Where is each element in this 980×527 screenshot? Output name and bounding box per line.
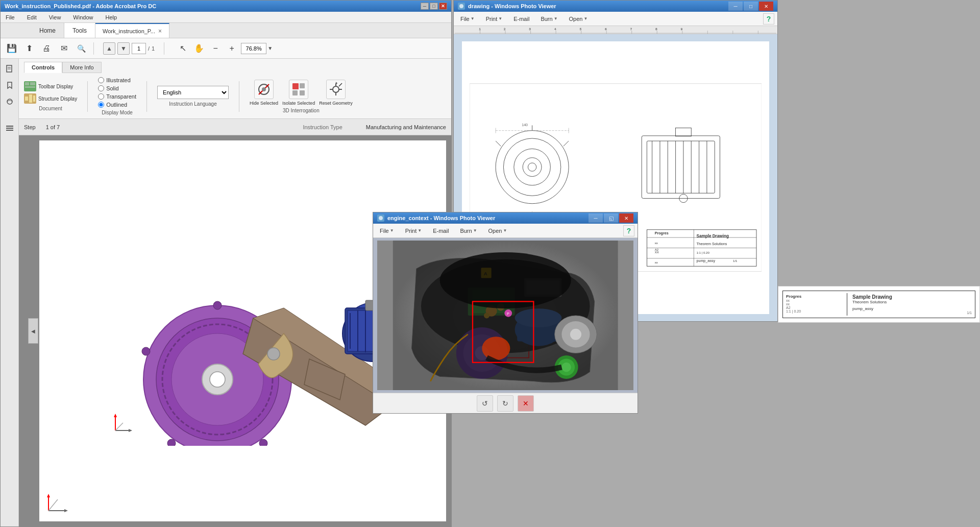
engine-menu-email[interactable]: E-mail [429, 226, 452, 235]
svg-rect-18 [292, 83, 299, 89]
mode-solid-label: Solid [106, 85, 118, 91]
engine-menu-file[interactable]: File ▼ [376, 226, 398, 235]
display-mode-label: Display Mode [102, 110, 133, 115]
svg-rect-10 [25, 86, 35, 88]
svg-point-31 [259, 439, 267, 446]
reset-geometry-button[interactable]: Reset Geometry [319, 80, 353, 106]
tab-document[interactable]: Work_instruction_P... × [95, 23, 169, 38]
svg-line-55 [48, 499, 58, 511]
engine-nav-close-button[interactable]: ✕ [518, 395, 534, 412]
acrobat-sidebar [1, 59, 19, 526]
engine-menu-burn[interactable]: Burn ▼ [456, 226, 480, 235]
mode-transparent: Transparent [98, 93, 136, 100]
upload-toolbar-button[interactable]: ⬆ [22, 41, 36, 56]
svg-text:140: 140 [522, 124, 528, 128]
tab-home[interactable]: Home [31, 23, 64, 38]
drawing-menu-open[interactable]: Open ▼ [566, 14, 592, 23]
engine-viewer-close[interactable]: ✕ [619, 213, 633, 223]
mode-transparent-radio[interactable] [98, 93, 104, 100]
sidebar-bookmarks-icon[interactable] [3, 78, 17, 92]
hand-tool-button[interactable]: ✋ [192, 41, 206, 56]
drawing-menu-print[interactable]: Print ▼ [482, 14, 506, 23]
collapse-panel-button[interactable]: ◀ [28, 318, 38, 344]
tab-more-info[interactable]: More Info [62, 62, 101, 73]
drawing-menu-burn[interactable]: Burn ▼ [537, 14, 561, 23]
drawing-viewer-titlebar: drawing - Windows Photo Viewer ─ □ ✕ [454, 1, 777, 12]
drawing-help-button[interactable]: ? [763, 13, 774, 25]
engine-menu-print[interactable]: Print ▼ [402, 226, 426, 235]
svg-point-47 [267, 348, 280, 360]
save-toolbar-button[interactable]: 💾 [5, 41, 19, 56]
engine-viewer-controls: ─ ◱ ✕ [589, 213, 633, 223]
tab-close-icon[interactable]: × [158, 28, 162, 35]
menu-window[interactable]: Window [70, 13, 96, 21]
page-number-input[interactable] [132, 43, 146, 54]
drawing-menu-email[interactable]: E-mail [510, 14, 533, 23]
isolate-selected-button[interactable]: Isolate Selected [282, 80, 315, 106]
engine-viewer-content: A P [373, 238, 638, 393]
svg-text:Sample Drawing: Sample Drawing [696, 234, 728, 238]
svg-point-29 [213, 301, 222, 309]
engine-nav-forward-button[interactable]: ↻ [497, 395, 513, 412]
menu-edit[interactable]: Edit [24, 13, 40, 21]
zoom-input[interactable] [241, 43, 266, 54]
svg-rect-60 [455, 26, 776, 34]
zoom-in-button[interactable]: + [225, 41, 239, 56]
acrobat-toolbar: 💾 ⬆ 🖨 ✉ 🔍 ▲ ▼ / 1 ↖ ✋ − + [1, 38, 451, 59]
hide-selected-button[interactable]: Hide Selected [250, 80, 278, 106]
acrobat-titlebar-left: Work_instruction_Published.pdf - Adobe A… [5, 3, 156, 9]
title-block-area: Progres xx xx A2 1:1 | 0.20 Sample Drawi… [778, 286, 980, 323]
sidebar-links-icon[interactable] [3, 94, 17, 109]
svg-rect-13 [29, 94, 32, 103]
drawing-menu-file[interactable]: File ▼ [457, 14, 478, 23]
svg-rect-8 [25, 82, 29, 85]
photo-viewer-engine: engine_context - Windows Photo Viewer ─ … [373, 212, 638, 414]
menu-help[interactable]: Help [102, 13, 120, 21]
nav-prev-button[interactable]: ▲ [103, 42, 115, 55]
close-button[interactable]: ✕ [439, 3, 447, 10]
engine-nav-back-button[interactable]: ↺ [477, 395, 493, 412]
print-toolbar-button[interactable]: 🖨 [39, 41, 54, 56]
mode-outlined-radio[interactable] [98, 102, 104, 108]
drawing-viewer-maximize[interactable]: □ [744, 2, 758, 11]
maximize-button[interactable]: □ [430, 3, 438, 10]
mode-solid-radio[interactable] [98, 85, 104, 91]
zoom-dropdown-icon[interactable]: ▼ [267, 45, 273, 51]
engine-print-chevron-icon: ▼ [418, 228, 422, 233]
drawing-viewer-close[interactable]: ✕ [759, 2, 773, 11]
engine-viewer-restore[interactable]: ◱ [604, 213, 618, 223]
svg-rect-19 [300, 83, 305, 88]
zoom-out-button[interactable]: − [208, 41, 223, 56]
svg-rect-20 [292, 90, 298, 95]
engine-help-button[interactable]: ? [623, 225, 634, 236]
cursor-tool-button[interactable]: ↖ [176, 41, 190, 56]
svg-text:Progres: Progres [655, 231, 669, 235]
menu-file[interactable]: File [3, 13, 18, 21]
svg-point-33 [142, 347, 150, 355]
email-toolbar-button[interactable]: ✉ [57, 41, 71, 56]
drawing-viewer-minimize[interactable]: ─ [728, 2, 743, 11]
tab-tools[interactable]: Tools [64, 23, 95, 38]
title-block-a2: A2 [786, 306, 846, 309]
mode-illustrated-label: Illustrated [106, 77, 131, 83]
engine-viewer-titlebar-left: engine_context - Windows Photo Viewer [377, 214, 495, 222]
engine-viewer-minimize[interactable]: ─ [589, 213, 603, 223]
sidebar-pages-icon[interactable] [3, 62, 17, 76]
zoom-display: ▼ [241, 43, 273, 54]
search-toolbar-button[interactable]: 🔍 [74, 41, 88, 56]
mode-illustrated-radio[interactable] [98, 77, 104, 83]
structure-display-row: Structure Display [24, 93, 77, 104]
nav-next-button[interactable]: ▼ [117, 42, 130, 55]
sidebar-tools-icon[interactable] [3, 121, 17, 135]
title-block-pump-assy: pump_assy [852, 306, 972, 311]
svg-text:Theorem Solutions: Theorem Solutions [696, 243, 727, 247]
menu-view[interactable]: View [46, 13, 64, 21]
minimize-button[interactable]: ─ [421, 3, 429, 10]
title-block-xx2: xx [786, 302, 846, 306]
svg-rect-4 [6, 126, 13, 127]
hide-selected-icon [254, 80, 274, 99]
language-select[interactable]: English French German [157, 86, 229, 99]
engine-menu-open[interactable]: Open ▼ [485, 226, 511, 235]
toolbar-tools: ↖ ✋ − + ▼ [176, 41, 273, 56]
tab-controls[interactable]: Controls [24, 62, 62, 73]
